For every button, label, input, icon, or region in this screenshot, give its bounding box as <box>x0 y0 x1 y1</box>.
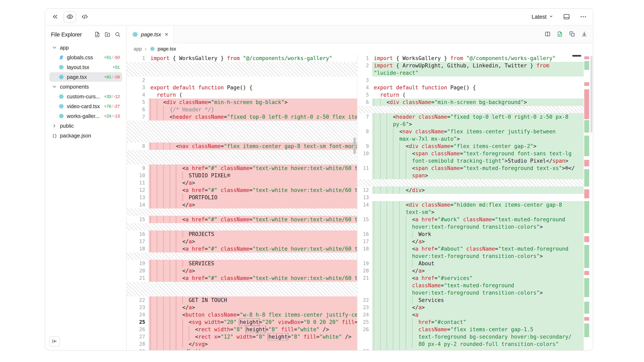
file-works-galler...[interactable]: works-galler...+24/-13 <box>49 111 122 121</box>
file-page.tsx[interactable]: page.tsx+81/-28 <box>49 72 122 82</box>
diff-code-row[interactable]: 18<a href="#" className="text-white hove… <box>127 245 357 253</box>
diff-code-row[interactable]: 7<header className="fixed top-0 left-0 r… <box>127 113 357 120</box>
diff-code-row[interactable]: 20</a> <box>358 267 584 275</box>
diff-code-row[interactable]: 22GET IN TOUCH <box>127 297 357 304</box>
diff-pane-new[interactable]: 1import { WorksGallery } from "@/compone… <box>358 54 584 350</box>
diff-code-row[interactable]: 17</a> <box>127 238 357 245</box>
file-package.json[interactable]: {}package.json <box>49 131 122 140</box>
tab-page-tsx[interactable]: page.tsx × <box>127 26 174 43</box>
diff-code-row[interactable]: 23</a> <box>358 304 584 311</box>
dock-sidebar-button[interactable] <box>49 336 60 347</box>
panel-bottom-button[interactable] <box>563 13 570 21</box>
diff-code-row[interactable]: py-6"> <box>358 120 584 128</box>
diff-code-row[interactable]: 5return ( <box>358 91 584 98</box>
diff-code-row[interactable]: 10STUDIO PIXEL® <box>127 172 357 179</box>
split-view-button[interactable] <box>544 31 551 38</box>
diff-code-row[interactable]: 15<a href="#work" className="text-muted-… <box>358 216 584 223</box>
search-files-button[interactable] <box>114 31 121 38</box>
diff-code-row[interactable]: 14<div className="hidden md:flex items-c… <box>358 201 584 209</box>
minimap[interactable] <box>584 54 590 350</box>
diff-code-row[interactable]: 11<span className="text-muted-foreground… <box>358 164 584 172</box>
diff-code-row[interactable]: 1import { WorksGallery } from "@/compone… <box>358 54 584 62</box>
diff-code-row[interactable]: 9<div className="flex items-center gap-2… <box>358 142 584 150</box>
diff-code-row[interactable]: 26<rect width="8" height="8" fill="white… <box>127 326 357 333</box>
diff-code-row[interactable]: 23</a> <box>127 304 357 311</box>
diff-pane-old[interactable]: 1import { WorksGallery } from "@/compone… <box>127 54 358 350</box>
diff-code-row[interactable]: text-foreground bg-secondary hover:bg-se… <box>358 333 584 341</box>
folder-public[interactable]: public <box>49 121 122 130</box>
diff-code-row[interactable]: className="text-muted-foreground <box>358 282 584 289</box>
diff-code-row[interactable]: 20</a> <box>127 267 357 275</box>
diff-code-row[interactable]: 15<a href="#" className="text-white hove… <box>127 216 357 223</box>
breadcrumb-file[interactable]: page.tsx <box>150 46 176 52</box>
diff-code-row[interactable]: 14</a> <box>127 201 357 209</box>
diff-code-row[interactable]: 3export default function Page() { <box>127 84 357 91</box>
diff-code-row[interactable]: 19SERVICES <box>127 260 357 267</box>
diff-code-row[interactable]: 4export default function Page() { <box>358 84 584 91</box>
diff-code-row[interactable]: hover:text-foreground transition-colors"… <box>358 289 584 297</box>
diff-code-row[interactable]: 19About <box>358 260 584 267</box>
diff-code-row[interactable]: 27<rect x="12" width="8" height="8" fill… <box>127 333 357 341</box>
diff-code-row[interactable]: 27> <box>358 348 584 350</box>
more-options-button[interactable] <box>580 13 587 21</box>
diff-code-row[interactable]: 21<a href="#" className="text-white hove… <box>127 275 357 282</box>
folder-components[interactable]: components <box>49 82 122 91</box>
collapse-panel-button[interactable] <box>51 13 59 21</box>
diff-code-row[interactable]: 11</a> <box>127 179 357 187</box>
file-globals.css[interactable]: #globals.css+51/-50 <box>49 53 122 62</box>
diff-code-row[interactable]: 22Services <box>358 297 584 304</box>
diff-code-row[interactable]: 2import { ArrowUpRight, Github, Linkedin… <box>358 62 584 69</box>
diff-code-row[interactable]: 16PROJECTS <box>127 231 357 238</box>
diff-code-row[interactable]: 9<a href="#" className="text-white hover… <box>127 164 357 172</box>
diff-code-row[interactable]: 26className="flex items-center gap-1.5 <box>358 326 584 333</box>
diff-code-row[interactable]: font-semibold tracking-tight">Studio Pix… <box>358 157 584 164</box>
diff-code-row[interactable]: text-sm"> <box>358 209 584 216</box>
diff-code-row[interactable]: 5<div className="min-h-screen bg-black"> <box>127 98 357 106</box>
apply-changes-button[interactable] <box>557 31 563 38</box>
file-layout.tsx[interactable]: layout.tsx+51 <box>49 62 122 72</box>
copy-code-button[interactable] <box>569 31 575 38</box>
file-custom-curs...[interactable]: custom-curs...+33/-12 <box>49 92 122 101</box>
diff-code-row[interactable]: 25href="#contact" <box>358 319 584 326</box>
diff-code-row[interactable]: 6{/* Header */} <box>127 106 357 113</box>
vertical-scrollbar[interactable] <box>590 54 593 350</box>
latest-version-dropdown[interactable]: Latest <box>532 14 554 20</box>
vertical-scrollbar-thumb[interactable] <box>590 56 592 133</box>
diff-code-row[interactable]: 2 <box>127 76 357 84</box>
diff-code-row[interactable]: 3 <box>358 76 584 84</box>
diff-code-row[interactable]: 29</button> <box>127 348 357 350</box>
diff-code-row[interactable]: 21<a href="#services" <box>358 275 584 282</box>
diff-code-row[interactable]: 13 <box>358 194 584 201</box>
diff-code-row[interactable]: 13PORTFOLIO <box>127 194 357 201</box>
diff-code-row[interactable]: 6<div className="min-h-screen bg-backgro… <box>358 98 584 106</box>
preview-toggle-button[interactable] <box>64 11 76 22</box>
diff-code-row[interactable]: 18<a href="#about" className="text-muted… <box>358 245 584 253</box>
breadcrumb-root[interactable]: app <box>134 46 142 52</box>
new-file-button[interactable] <box>94 31 100 38</box>
close-tab-icon[interactable]: × <box>165 31 168 38</box>
diff-code-row[interactable]: "lucide-react" <box>358 69 584 76</box>
diff-code-row[interactable]: hover:text-foreground transition-colors"… <box>358 223 584 231</box>
diff-code-row[interactable]: 4return ( <box>127 91 357 98</box>
download-button[interactable] <box>581 31 587 38</box>
diff-code-row[interactable]: 12<a href="#" className="text-white hove… <box>127 187 357 194</box>
diff-code-row[interactable]: 1import { WorksGallery } from "@/compone… <box>127 54 357 62</box>
diff-code-row[interactable]: 8<nav className="flex items-center gap-8… <box>127 142 357 150</box>
diff-code-row[interactable]: span> <box>358 172 584 179</box>
diff-code-row[interactable]: 28</svg> <box>127 341 357 348</box>
horizontal-scrollbar-thumb[interactable] <box>572 55 581 57</box>
diff-code-row[interactable]: 17</a> <box>358 238 584 245</box>
file-video-card.tsx[interactable]: video-card.tsx+76/-27 <box>49 102 122 111</box>
folder-app[interactable]: app <box>49 43 122 52</box>
diff-code-row[interactable]: 8<nav className="flex items-center justi… <box>358 128 584 135</box>
diff-code-row[interactable]: 10<span className="text-foreground font-… <box>358 150 584 157</box>
code-view-button[interactable] <box>81 13 88 21</box>
diff-code-row[interactable]: 25<svg width="20" height="20" viewBox="0… <box>127 319 357 326</box>
pane-scrollbar-thumb[interactable] <box>354 138 356 154</box>
diff-code-row[interactable]: 24<button className="w-8 h-8 flex items-… <box>127 311 357 319</box>
diff-code-row[interactable]: 24<a <box>358 311 584 319</box>
diff-code-row[interactable]: 12</div> <box>358 187 584 194</box>
diff-code-row[interactable]: 80 px-4 py-2 rounded-full transition-col… <box>358 341 584 348</box>
diff-code-row[interactable]: hover:text-foreground transition-colors"… <box>358 253 584 260</box>
diff-code-row[interactable]: max-w-7xl mx-auto"> <box>358 135 584 142</box>
